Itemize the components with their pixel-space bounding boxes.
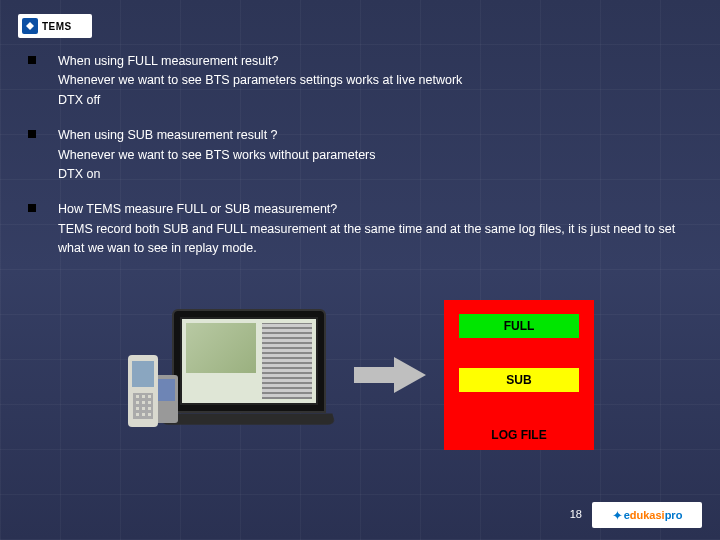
brand-part2: dukasi	[630, 509, 665, 521]
page-number: 18	[570, 508, 582, 520]
bullet-body: When using SUB measurement result ? When…	[58, 126, 692, 184]
laptop-icon	[172, 309, 326, 413]
bullet-body: How TEMS measure FULL or SUB measurement…	[58, 200, 692, 258]
content: When using FULL measurement result? When…	[28, 52, 692, 274]
log-file-label: LOG FILE	[491, 428, 546, 442]
bullet-icon	[28, 204, 36, 212]
slide: TEMS When using FULL measurement result?…	[0, 0, 720, 540]
sub-chip: SUB	[459, 368, 579, 392]
bullet-icon	[28, 56, 36, 64]
logo-text: TEMS	[42, 21, 72, 32]
svg-marker-0	[354, 357, 426, 393]
logo-mark-icon	[22, 18, 38, 34]
arrow-right-icon	[354, 355, 426, 395]
full-chip: FULL	[459, 314, 579, 338]
log-file-box: FULL SUB LOG FILE	[444, 300, 594, 450]
device-illustration	[126, 305, 336, 445]
brand-part3: pro	[665, 509, 683, 521]
bullet-answer: Whenever we want to see BTS parameters s…	[58, 71, 692, 90]
tems-logo: TEMS	[18, 14, 92, 38]
bullet-note: DTX on	[58, 165, 692, 184]
bullet-item: When using SUB measurement result ? When…	[28, 126, 692, 184]
bullet-item: When using FULL measurement result? When…	[28, 52, 692, 110]
bullet-question: When using SUB measurement result ?	[58, 126, 692, 145]
bullet-icon	[28, 130, 36, 138]
star-icon: ✦	[612, 508, 623, 523]
diagram-row: FULL SUB LOG FILE	[0, 300, 720, 450]
bullet-note: DTX off	[58, 91, 692, 110]
bullet-question: How TEMS measure FULL or SUB measurement…	[58, 200, 692, 219]
bullet-answer: Whenever we want to see BTS works withou…	[58, 146, 692, 165]
bullet-item: How TEMS measure FULL or SUB measurement…	[28, 200, 692, 258]
footer-brand: ✦ e dukasi pro	[592, 502, 702, 528]
bullet-question: When using FULL measurement result?	[58, 52, 692, 71]
bullet-body: When using FULL measurement result? When…	[58, 52, 692, 110]
bullet-answer: TEMS record both SUB and FULL measuremen…	[58, 220, 692, 259]
phone-icon	[128, 355, 158, 427]
